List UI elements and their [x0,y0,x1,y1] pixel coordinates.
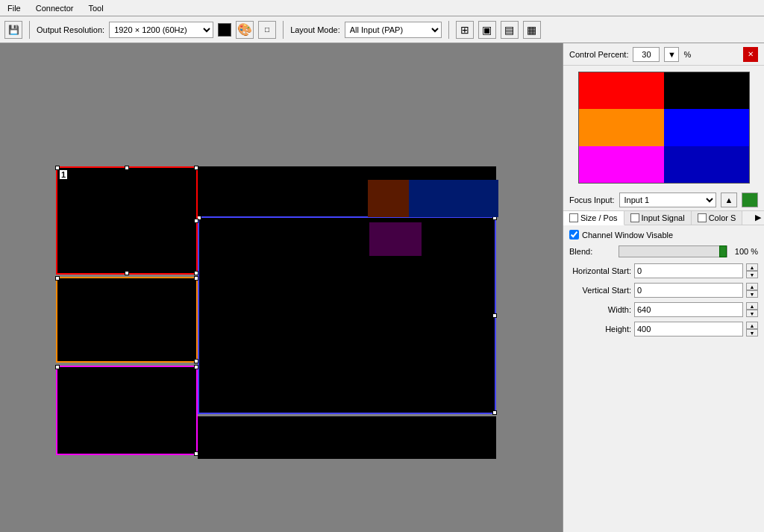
control-percent-label: Control Percent: [569,50,628,59]
h-start-row: Horizontal Start: ▲ ▼ [569,263,758,278]
blend-value: 100 % [732,247,758,256]
control-percent-dropdown[interactable]: ▼ [664,47,679,62]
resize-handle-tr-2[interactable] [194,276,198,281]
resize-handle-tr-1[interactable] [194,166,198,170]
h-start-label: Horizontal Start: [569,266,631,275]
input-box-3[interactable] [56,366,198,455]
width-label: Width: [569,305,631,314]
control-unit: % [683,50,691,59]
color-cell-3 [664,109,749,145]
tab-color-s[interactable]: Color S [692,211,743,225]
menu-file[interactable]: File [3,2,25,14]
h-start-input[interactable] [634,263,743,278]
output-resolution-label: Output Resolution: [37,25,104,34]
canvas-area: 1 [0,43,563,532]
input-box-large[interactable] [198,216,496,414]
control-percent-bar: Control Percent: 30 ▼ % ✕ [563,43,764,66]
layout-btn-3[interactable]: ▦ [523,21,541,39]
panel-content: Channel Window Visable Blend: 100 % Hori… [563,225,764,342]
color-patch-dark-blue [409,180,498,217]
v-start-spin-down[interactable]: ▼ [746,290,758,298]
input-1-label: 1 [60,170,67,179]
resize-handle-rc-large[interactable] [492,313,497,318]
height-input[interactable] [634,322,743,337]
focus-up-btn[interactable]: ▲ [721,193,737,207]
tab-color-s-icon [698,213,707,222]
resize-handle-tc-1[interactable] [125,166,129,170]
blend-label: Blend: [569,247,614,256]
layout-btn-1[interactable]: ▣ [478,21,496,39]
channel-visible-label: Channel Window Visable [582,231,673,240]
focus-input-label: Focus Input: [569,195,615,204]
control-percent-value: 30 [633,47,660,62]
color-patch-purple [369,222,422,256]
resize-handle-tl-1[interactable] [55,166,60,170]
tab-input-signal-icon [630,213,639,222]
h-start-spin-down[interactable]: ▼ [746,271,758,278]
channel-visible-checkbox[interactable] [569,230,579,240]
tabs-row: Size / Pos Input Signal Color S ▶ [563,211,764,225]
control-close-button[interactable]: ✕ [743,47,758,62]
width-spin-up[interactable]: ▲ [746,302,758,310]
v-start-row: Vertical Start: ▲ ▼ [569,283,758,298]
color-cell-5 [664,146,749,183]
color-preview-grid [578,72,750,184]
resize-handle-rc-1[interactable] [194,219,198,223]
right-panel: Control Percent: 30 ▼ % ✕ Focus Input: I… [563,43,764,532]
input-box-2[interactable] [56,277,198,363]
resize-handle-tr-3[interactable] [194,365,198,369]
blend-slider[interactable] [619,245,727,257]
width-input[interactable] [634,302,743,317]
tabs-scroll-right[interactable]: ▶ [752,211,764,223]
menu-bar: File Connector Tool [0,0,764,16]
height-spin-up[interactable]: ▲ [746,322,758,329]
width-spin-down[interactable]: ▼ [746,310,758,317]
resize-handle-br-2[interactable] [194,359,198,363]
height-spin-down[interactable]: ▼ [746,329,758,337]
layout-btn-2[interactable]: ▤ [501,21,519,39]
resize-handle-br-1[interactable] [194,271,198,275]
height-row: Height: ▲ ▼ [569,322,758,337]
color-cell-0 [579,72,664,109]
v-start-spin-up[interactable]: ▲ [746,283,758,290]
focus-color-btn[interactable] [742,193,758,207]
channel-visible-row: Channel Window Visable [569,230,758,240]
layout-mode-label: Layout Mode: [290,25,340,34]
border-btn[interactable]: □ [258,21,276,39]
output-resolution-select[interactable]: 1920 × 1200 (60Hz) [109,22,213,38]
menu-tool[interactable]: Tool [84,2,108,14]
tab-size-pos[interactable]: Size / Pos [563,211,624,225]
tab-input-signal[interactable]: Input Signal [624,211,692,225]
height-spinner: ▲ ▼ [746,322,758,337]
separator-2 [283,21,284,39]
h-start-spinner: ▲ ▼ [746,263,758,278]
v-start-spinner: ▲ ▼ [746,283,758,298]
color-patch-dark-red [368,180,409,217]
color-cell-2 [579,109,664,145]
grid-btn[interactable]: ⊞ [456,21,474,39]
toolbar: 💾 Output Resolution: 1920 × 1200 (60Hz) … [0,16,764,43]
resize-handle-tl-2[interactable] [55,276,60,281]
tab-size-pos-icon [569,213,578,222]
width-spinner: ▲ ▼ [746,302,758,317]
resize-handle-bc-1[interactable] [125,271,129,275]
v-start-input[interactable] [634,283,743,298]
main-layout: 1 [0,43,764,532]
separator-3 [448,21,449,39]
tab-color-s-label: Color S [709,213,736,222]
menu-connector[interactable]: Connector [31,2,78,14]
tab-size-pos-label: Size / Pos [580,213,618,222]
focus-input-row: Focus Input: Input 1 ▲ [563,190,764,211]
resize-handle-br-large[interactable] [492,410,497,415]
input-box-1[interactable]: 1 [56,166,198,275]
save-button[interactable]: 💾 [4,21,22,39]
color-picker-box[interactable] [218,23,231,37]
resize-handle-tl-3[interactable] [55,365,60,369]
resize-handle-br-3[interactable] [194,451,198,456]
h-start-spin-up[interactable]: ▲ [746,263,758,271]
width-row: Width: ▲ ▼ [569,302,758,317]
color-picker-btn[interactable]: 🎨 [236,21,254,39]
focus-input-select[interactable]: Input 1 [619,193,716,207]
separator-1 [29,21,30,39]
layout-mode-select[interactable]: All Input (PAP) [345,22,442,38]
